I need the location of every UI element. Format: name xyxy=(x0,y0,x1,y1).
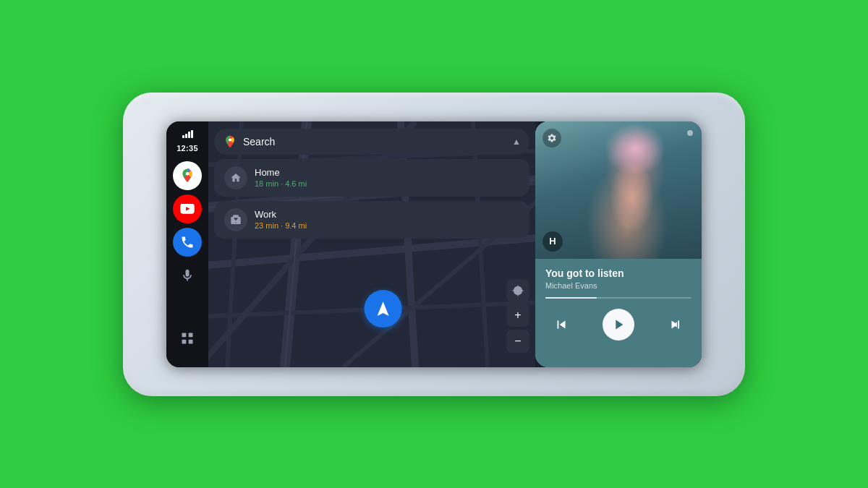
previous-button[interactable] xyxy=(548,312,574,338)
sidebar-item-maps[interactable] xyxy=(173,161,202,190)
svg-point-0 xyxy=(186,171,190,175)
destination-work[interactable]: Work 23 min · 9.4 mi xyxy=(214,201,529,239)
music-controls xyxy=(545,309,692,341)
svg-point-17 xyxy=(229,138,231,141)
destination-home[interactable]: Home 18 min · 4.6 mi xyxy=(214,159,529,197)
search-label: Search xyxy=(243,136,506,147)
home-icon xyxy=(230,172,242,184)
next-button[interactable] xyxy=(663,312,689,338)
svg-rect-2 xyxy=(189,333,193,337)
location-button[interactable] xyxy=(506,279,529,302)
previous-icon xyxy=(553,317,569,333)
progress-bar[interactable] xyxy=(545,297,692,299)
android-auto-screen: 12:35 xyxy=(166,121,702,367)
artist-name: Michael Evans xyxy=(545,281,692,290)
svg-rect-3 xyxy=(182,339,187,343)
sidebar-item-phone[interactable] xyxy=(173,228,202,257)
music-info: You got to listen Michael Evans xyxy=(535,259,702,367)
home-dest-icon xyxy=(224,166,247,189)
sidebar-item-grid[interactable] xyxy=(173,324,202,353)
map-controls: + − xyxy=(506,304,529,353)
svg-rect-1 xyxy=(182,333,187,337)
zoom-in-button[interactable]: + xyxy=(506,304,529,327)
search-bar[interactable]: Search ▲ xyxy=(214,129,529,155)
home-dest-info: Home 18 min · 4.6 mi xyxy=(255,167,307,188)
home-dest-details: 18 min · 4.6 mi xyxy=(255,179,307,188)
phone-icon xyxy=(180,235,195,249)
settings-badge[interactable] xyxy=(542,129,561,147)
maps-pin-icon xyxy=(223,134,237,149)
youtube-icon xyxy=(180,204,195,214)
navigation-arrow[interactable] xyxy=(365,290,402,328)
signal-indicator xyxy=(182,130,193,138)
svg-line-6 xyxy=(208,237,535,266)
next-icon xyxy=(668,317,684,333)
sidebar: 12:35 xyxy=(166,121,208,367)
maps-icon xyxy=(179,168,195,184)
play-icon xyxy=(610,317,626,333)
play-button[interactable] xyxy=(603,309,634,341)
dot-indicator xyxy=(687,130,693,136)
briefcase-icon xyxy=(230,214,242,226)
location-icon xyxy=(512,285,524,296)
headphone-badge: H xyxy=(542,231,563,252)
signal-bar-3 xyxy=(188,132,190,138)
car-display: 12:35 xyxy=(123,93,745,396)
settings-icon xyxy=(547,133,557,143)
progress-fill xyxy=(545,297,597,299)
sidebar-item-youtube[interactable] xyxy=(173,194,202,223)
grid-icon xyxy=(180,331,195,346)
home-dest-name: Home xyxy=(255,167,307,178)
song-title: You got to listen xyxy=(545,267,692,279)
work-dest-details: 23 min · 9.4 mi xyxy=(255,221,307,230)
svg-rect-4 xyxy=(189,339,193,343)
work-dest-info: Work 23 min · 9.4 mi xyxy=(255,209,307,230)
microphone-icon xyxy=(180,268,195,283)
zoom-out-button[interactable]: − xyxy=(506,330,529,353)
map-area[interactable]: Search ▲ Home 18 min · 4.6 mi xyxy=(208,121,535,367)
sidebar-item-mic[interactable] xyxy=(173,261,202,290)
signal-bar-1 xyxy=(182,135,184,138)
album-art: H xyxy=(535,121,702,259)
signal-bar-2 xyxy=(185,134,187,138)
chevron-up-icon: ▲ xyxy=(512,137,521,147)
signal-bar-4 xyxy=(191,130,193,138)
nav-direction-icon xyxy=(375,300,392,317)
music-panel: H You got to listen Michael Evans xyxy=(535,121,702,367)
clock: 12:35 xyxy=(176,144,198,153)
work-dest-name: Work xyxy=(255,209,307,220)
map-overlay: Search ▲ Home 18 min · 4.6 mi xyxy=(214,129,529,239)
work-dest-icon xyxy=(224,208,247,231)
